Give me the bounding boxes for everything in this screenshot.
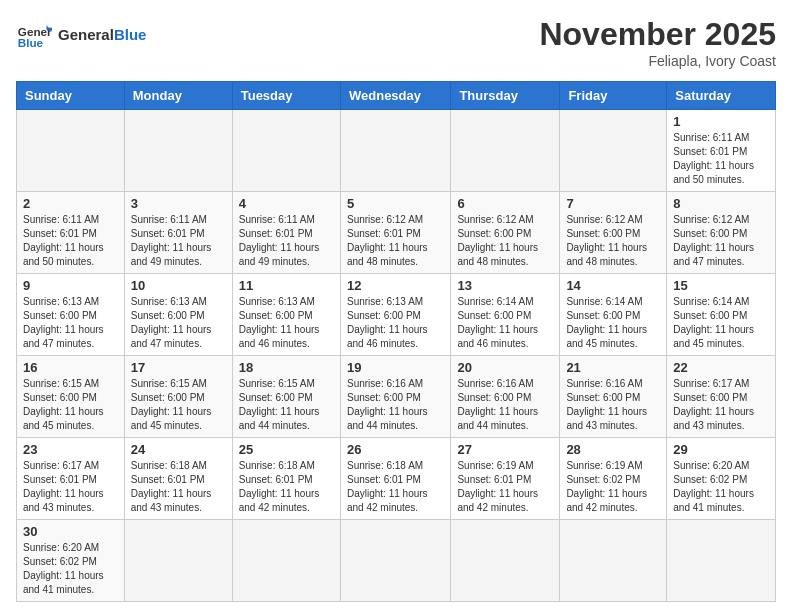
day-number: 14 [566,278,660,293]
calendar-cell: 7Sunrise: 6:12 AM Sunset: 6:00 PM Daylig… [560,192,667,274]
day-info: Sunrise: 6:18 AM Sunset: 6:01 PM Dayligh… [239,459,334,515]
day-number: 23 [23,442,118,457]
day-number: 27 [457,442,553,457]
calendar-cell: 12Sunrise: 6:13 AM Sunset: 6:00 PM Dayli… [340,274,450,356]
calendar-cell [667,520,776,602]
calendar-week-row: 30Sunrise: 6:20 AM Sunset: 6:02 PM Dayli… [17,520,776,602]
calendar-cell: 18Sunrise: 6:15 AM Sunset: 6:00 PM Dayli… [232,356,340,438]
calendar-cell [451,520,560,602]
day-number: 17 [131,360,226,375]
svg-rect-3 [47,28,52,31]
calendar-cell: 14Sunrise: 6:14 AM Sunset: 6:00 PM Dayli… [560,274,667,356]
svg-text:Blue: Blue [18,36,44,49]
calendar-cell: 2Sunrise: 6:11 AM Sunset: 6:01 PM Daylig… [17,192,125,274]
day-number: 20 [457,360,553,375]
day-info: Sunrise: 6:11 AM Sunset: 6:01 PM Dayligh… [23,213,118,269]
calendar-cell: 28Sunrise: 6:19 AM Sunset: 6:02 PM Dayli… [560,438,667,520]
calendar-cell: 13Sunrise: 6:14 AM Sunset: 6:00 PM Dayli… [451,274,560,356]
day-info: Sunrise: 6:14 AM Sunset: 6:00 PM Dayligh… [566,295,660,351]
day-number: 9 [23,278,118,293]
calendar-cell: 4Sunrise: 6:11 AM Sunset: 6:01 PM Daylig… [232,192,340,274]
day-number: 25 [239,442,334,457]
calendar-week-row: 16Sunrise: 6:15 AM Sunset: 6:00 PM Dayli… [17,356,776,438]
calendar-cell: 23Sunrise: 6:17 AM Sunset: 6:01 PM Dayli… [17,438,125,520]
calendar-cell: 15Sunrise: 6:14 AM Sunset: 6:00 PM Dayli… [667,274,776,356]
weekday-header-saturday: Saturday [667,82,776,110]
calendar-cell [17,110,125,192]
calendar-cell [124,110,232,192]
weekday-header-row: SundayMondayTuesdayWednesdayThursdayFrid… [17,82,776,110]
day-info: Sunrise: 6:12 AM Sunset: 6:00 PM Dayligh… [673,213,769,269]
day-info: Sunrise: 6:11 AM Sunset: 6:01 PM Dayligh… [131,213,226,269]
calendar-cell: 20Sunrise: 6:16 AM Sunset: 6:00 PM Dayli… [451,356,560,438]
day-info: Sunrise: 6:18 AM Sunset: 6:01 PM Dayligh… [347,459,444,515]
page-header: General Blue GeneralBlue November 2025 F… [16,16,776,69]
calendar-cell: 9Sunrise: 6:13 AM Sunset: 6:00 PM Daylig… [17,274,125,356]
day-info: Sunrise: 6:15 AM Sunset: 6:00 PM Dayligh… [131,377,226,433]
weekday-header-monday: Monday [124,82,232,110]
day-info: Sunrise: 6:15 AM Sunset: 6:00 PM Dayligh… [239,377,334,433]
calendar-cell: 3Sunrise: 6:11 AM Sunset: 6:01 PM Daylig… [124,192,232,274]
logo-icon: General Blue [16,16,52,52]
calendar-cell [340,110,450,192]
calendar-cell [124,520,232,602]
day-info: Sunrise: 6:16 AM Sunset: 6:00 PM Dayligh… [347,377,444,433]
day-info: Sunrise: 6:15 AM Sunset: 6:00 PM Dayligh… [23,377,118,433]
day-number: 13 [457,278,553,293]
day-number: 21 [566,360,660,375]
day-number: 1 [673,114,769,129]
calendar-cell: 17Sunrise: 6:15 AM Sunset: 6:00 PM Dayli… [124,356,232,438]
day-info: Sunrise: 6:17 AM Sunset: 6:01 PM Dayligh… [23,459,118,515]
day-info: Sunrise: 6:19 AM Sunset: 6:02 PM Dayligh… [566,459,660,515]
day-info: Sunrise: 6:14 AM Sunset: 6:00 PM Dayligh… [457,295,553,351]
calendar-table: SundayMondayTuesdayWednesdayThursdayFrid… [16,81,776,602]
weekday-header-tuesday: Tuesday [232,82,340,110]
calendar-cell: 11Sunrise: 6:13 AM Sunset: 6:00 PM Dayli… [232,274,340,356]
day-info: Sunrise: 6:20 AM Sunset: 6:02 PM Dayligh… [673,459,769,515]
day-number: 2 [23,196,118,211]
logo: General Blue GeneralBlue [16,16,146,52]
day-info: Sunrise: 6:18 AM Sunset: 6:01 PM Dayligh… [131,459,226,515]
day-info: Sunrise: 6:13 AM Sunset: 6:00 PM Dayligh… [347,295,444,351]
calendar-week-row: 9Sunrise: 6:13 AM Sunset: 6:00 PM Daylig… [17,274,776,356]
calendar-cell: 1Sunrise: 6:11 AM Sunset: 6:01 PM Daylig… [667,110,776,192]
weekday-header-thursday: Thursday [451,82,560,110]
calendar-cell: 25Sunrise: 6:18 AM Sunset: 6:01 PM Dayli… [232,438,340,520]
day-info: Sunrise: 6:16 AM Sunset: 6:00 PM Dayligh… [457,377,553,433]
calendar-week-row: 1Sunrise: 6:11 AM Sunset: 6:01 PM Daylig… [17,110,776,192]
title-block: November 2025 Feliapla, Ivory Coast [539,16,776,69]
day-info: Sunrise: 6:14 AM Sunset: 6:00 PM Dayligh… [673,295,769,351]
weekday-header-wednesday: Wednesday [340,82,450,110]
calendar-week-row: 2Sunrise: 6:11 AM Sunset: 6:01 PM Daylig… [17,192,776,274]
calendar-cell: 19Sunrise: 6:16 AM Sunset: 6:00 PM Dayli… [340,356,450,438]
calendar-cell [232,520,340,602]
calendar-cell [340,520,450,602]
day-number: 26 [347,442,444,457]
calendar-cell [560,520,667,602]
day-info: Sunrise: 6:13 AM Sunset: 6:00 PM Dayligh… [131,295,226,351]
day-number: 30 [23,524,118,539]
day-number: 24 [131,442,226,457]
day-number: 18 [239,360,334,375]
day-info: Sunrise: 6:11 AM Sunset: 6:01 PM Dayligh… [673,131,769,187]
day-info: Sunrise: 6:12 AM Sunset: 6:00 PM Dayligh… [457,213,553,269]
day-number: 5 [347,196,444,211]
day-number: 28 [566,442,660,457]
logo-text: GeneralBlue [58,26,146,43]
weekday-header-friday: Friday [560,82,667,110]
day-number: 29 [673,442,769,457]
weekday-header-sunday: Sunday [17,82,125,110]
calendar-cell [451,110,560,192]
calendar-cell: 29Sunrise: 6:20 AM Sunset: 6:02 PM Dayli… [667,438,776,520]
day-info: Sunrise: 6:16 AM Sunset: 6:00 PM Dayligh… [566,377,660,433]
day-info: Sunrise: 6:20 AM Sunset: 6:02 PM Dayligh… [23,541,118,597]
day-info: Sunrise: 6:12 AM Sunset: 6:00 PM Dayligh… [566,213,660,269]
day-info: Sunrise: 6:13 AM Sunset: 6:00 PM Dayligh… [23,295,118,351]
calendar-week-row: 23Sunrise: 6:17 AM Sunset: 6:01 PM Dayli… [17,438,776,520]
calendar-cell: 27Sunrise: 6:19 AM Sunset: 6:01 PM Dayli… [451,438,560,520]
day-number: 12 [347,278,444,293]
calendar-cell: 22Sunrise: 6:17 AM Sunset: 6:00 PM Dayli… [667,356,776,438]
day-info: Sunrise: 6:12 AM Sunset: 6:01 PM Dayligh… [347,213,444,269]
day-number: 15 [673,278,769,293]
day-info: Sunrise: 6:19 AM Sunset: 6:01 PM Dayligh… [457,459,553,515]
